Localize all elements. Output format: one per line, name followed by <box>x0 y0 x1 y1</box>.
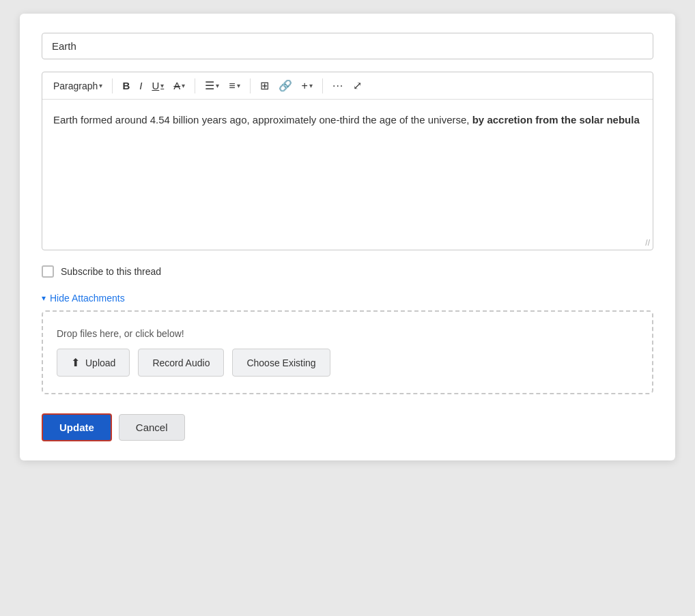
toggle-label: Hide Attachments <box>50 293 125 304</box>
toggle-arrow-icon: ▾ <box>42 293 46 303</box>
italic-button[interactable]: I <box>135 78 146 93</box>
content-plain: Earth formed around 4.54 billion years a… <box>53 114 472 126</box>
paragraph-label: Paragraph <box>53 80 98 91</box>
record-audio-label: Record Audio <box>152 357 210 368</box>
more-icon: ··· <box>332 80 343 91</box>
strikethrough-chevron-icon: ▾ <box>182 83 185 89</box>
align-dropdown[interactable]: ☰ ▾ <box>201 76 223 95</box>
content-bold: by accretion from the solar nebula <box>472 114 640 126</box>
action-row: Update Cancel <box>42 413 653 441</box>
hide-attachments-toggle[interactable]: ▾ Hide Attachments <box>42 293 125 304</box>
upload-icon: ⬆ <box>71 356 80 369</box>
upload-button[interactable]: ⬆ Upload <box>57 349 130 377</box>
fullscreen-icon: ⤢ <box>353 80 362 91</box>
insert-group: ⊞ 🔗 + ▾ <box>256 77 317 95</box>
link-icon: 🔗 <box>279 80 292 91</box>
add-icon: + <box>302 80 308 92</box>
toolbar-sep-2 <box>195 78 195 93</box>
fullscreen-button[interactable]: ⤢ <box>349 78 366 94</box>
strikethrough-icon: A <box>173 80 180 91</box>
bold-icon: B <box>122 80 130 91</box>
list-chevron-icon: ▾ <box>237 82 240 89</box>
cancel-label: Cancel <box>136 422 168 433</box>
subscribe-row: Subscribe to this thread <box>42 265 653 278</box>
attachments-area: Drop files here, or click below! ⬆ Uploa… <box>42 310 653 394</box>
choose-existing-button[interactable]: Choose Existing <box>232 349 330 377</box>
list-dropdown[interactable]: ≡ ▾ <box>225 77 244 95</box>
cancel-button[interactable]: Cancel <box>119 414 185 441</box>
underline-label: U <box>152 80 159 91</box>
record-audio-button[interactable]: Record Audio <box>138 349 224 377</box>
update-label: Update <box>59 422 94 433</box>
format-group: B I U ▾ A ▾ <box>118 78 189 93</box>
toolbar-sep-1 <box>112 78 113 93</box>
bold-button[interactable]: B <box>118 78 134 93</box>
choose-existing-label: Choose Existing <box>246 357 315 368</box>
add-dropdown[interactable]: + ▾ <box>298 77 317 95</box>
update-button[interactable]: Update <box>42 413 112 441</box>
link-button[interactable]: 🔗 <box>274 78 296 94</box>
subscribe-checkbox[interactable] <box>42 265 54 278</box>
embed-button[interactable]: ⊞ <box>256 78 273 94</box>
editor-content[interactable]: Earth formed around 4.54 billion years a… <box>42 100 653 250</box>
embed-icon: ⊞ <box>260 80 269 91</box>
paragraph-dropdown[interactable]: Paragraph ▾ <box>49 78 107 94</box>
more-button[interactable]: ··· <box>328 78 348 94</box>
extra-group: ··· ⤢ <box>328 78 366 94</box>
editor-wrapper: Paragraph ▾ B I U ▾ A ▾ <box>42 72 653 250</box>
toolbar-sep-4 <box>322 78 323 93</box>
list-icon: ≡ <box>229 80 235 92</box>
add-chevron-icon: ▾ <box>309 82 313 89</box>
paragraph-group: Paragraph ▾ <box>49 78 107 94</box>
paragraph-chevron-icon: ▾ <box>99 82 102 89</box>
toolbar-sep-3 <box>250 78 251 93</box>
subscribe-label: Subscribe to this thread <box>61 266 161 277</box>
align-chevron-icon: ▾ <box>216 82 219 89</box>
underline-chevron-icon: ▾ <box>160 83 164 89</box>
modal-container: Paragraph ▾ B I U ▾ A ▾ <box>20 14 675 460</box>
underline-button[interactable]: U ▾ <box>147 78 168 93</box>
drop-text: Drop files here, or click below! <box>57 328 638 339</box>
align-group: ☰ ▾ ≡ ▾ <box>201 76 244 95</box>
upload-label: Upload <box>85 357 115 368</box>
editor-toolbar: Paragraph ▾ B I U ▾ A ▾ <box>42 72 653 100</box>
resize-handle[interactable]: // <box>645 239 650 247</box>
strikethrough-button[interactable]: A ▾ <box>169 78 189 93</box>
title-input[interactable] <box>42 33 653 59</box>
attachment-buttons: ⬆ Upload Record Audio Choose Existing <box>57 349 638 377</box>
align-icon: ☰ <box>205 79 214 92</box>
italic-icon: I <box>139 80 142 91</box>
